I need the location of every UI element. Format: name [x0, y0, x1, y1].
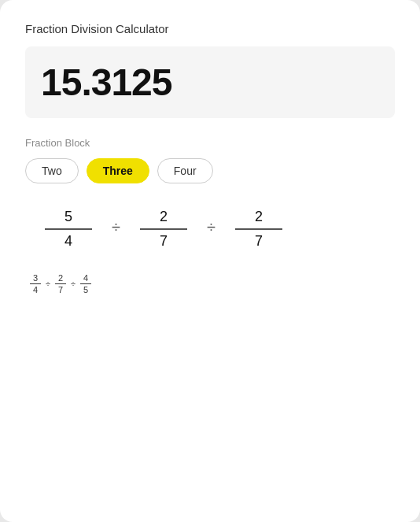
- summary-frac3-den: 5: [83, 285, 88, 294]
- fraction-3-line: [235, 228, 282, 230]
- summary-fraction-2: 2 7: [55, 273, 66, 294]
- summary-div-1: ÷: [46, 279, 50, 288]
- fraction-block-selector: Two Three Four: [25, 158, 395, 183]
- fraction-2-denominator: 7: [160, 233, 168, 250]
- fraction-1-denominator: 4: [64, 233, 72, 250]
- summary-frac3-line: [80, 283, 91, 284]
- summary-frac3-num: 4: [83, 273, 88, 283]
- fractions-display: 5 4 ÷ 2 7 ÷ 2 7: [25, 209, 395, 250]
- summary-frac2-num: 2: [58, 273, 63, 283]
- fraction-3-denominator: 7: [255, 233, 263, 250]
- block-btn-four[interactable]: Four: [157, 158, 213, 183]
- summary-frac1-line: [30, 283, 41, 284]
- result-box: 15.3125: [25, 46, 395, 118]
- summary-frac2-den: 7: [58, 285, 63, 294]
- fraction-3: 2 7: [223, 209, 294, 250]
- summary-frac2-line: [55, 283, 66, 284]
- fraction-2: 2 7: [128, 209, 199, 250]
- fraction-2-numerator: 2: [160, 209, 168, 225]
- divide-symbol-1: ÷: [112, 218, 120, 239]
- fraction-1: 5 4: [33, 209, 104, 250]
- fraction-1-numerator: 5: [64, 209, 72, 225]
- summary-fraction-1: 3 4: [30, 273, 41, 294]
- block-btn-two[interactable]: Two: [25, 158, 79, 183]
- summary-frac1-den: 4: [33, 285, 38, 294]
- summary-div-2: ÷: [71, 279, 76, 288]
- fraction-block-label: Fraction Block: [25, 137, 395, 149]
- fraction-1-line: [45, 228, 92, 230]
- summary-frac1-num: 3: [33, 273, 38, 283]
- block-btn-three[interactable]: Three: [87, 158, 149, 183]
- fraction-2-line: [140, 228, 187, 230]
- app-title: Fraction Division Calculator: [25, 22, 395, 35]
- fraction-3-numerator: 2: [255, 209, 263, 225]
- summary-row: 3 4 ÷ 2 7 ÷ 4 5: [25, 273, 395, 294]
- summary-fraction-3: 4 5: [80, 273, 91, 294]
- calculator-card: Fraction Division Calculator 15.3125 Fra…: [0, 0, 420, 522]
- result-value: 15.3125: [41, 61, 379, 104]
- divide-symbol-2: ÷: [207, 218, 216, 239]
